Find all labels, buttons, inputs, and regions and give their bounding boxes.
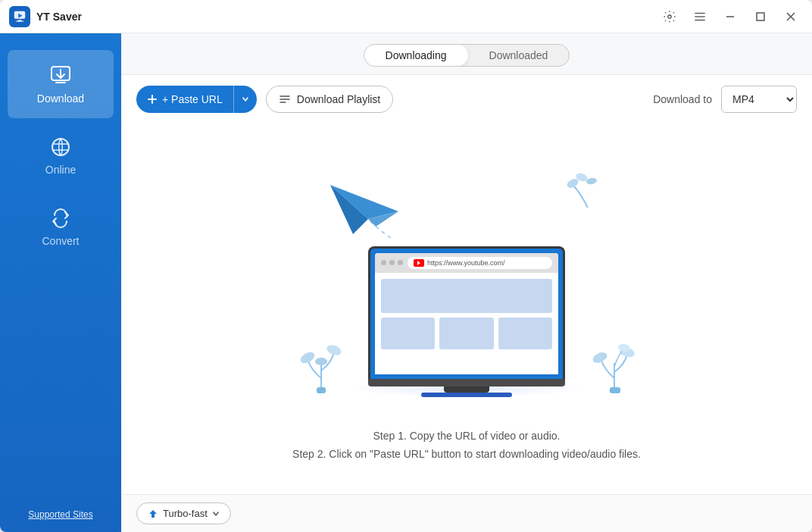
svg-rect-3	[16, 20, 24, 21]
settings-button[interactable]	[657, 5, 682, 29]
titlebar: YT Saver	[0, 0, 812, 33]
sidebar-convert-label: Convert	[42, 235, 79, 247]
download-icon	[48, 64, 73, 88]
download-to-label: Download to	[653, 93, 712, 105]
logo-icon	[13, 10, 27, 23]
turbo-label: Turbo-fast	[163, 508, 208, 519]
paste-url-button[interactable]: + Paste URL	[136, 86, 257, 113]
supported-sites-link[interactable]: Supported Sites	[28, 509, 92, 520]
paste-url-dropdown-arrow[interactable]	[233, 86, 257, 113]
sidebar-bottom: Supported Sites	[0, 509, 121, 532]
app-window: YT Saver	[0, 0, 812, 532]
close-button[interactable]	[779, 5, 803, 29]
tab-downloading[interactable]: Downloading	[364, 45, 468, 66]
app-logo	[9, 6, 30, 27]
main-layout: Download Online	[0, 33, 812, 532]
plant-top-right	[565, 170, 611, 215]
app-title: YT Saver	[36, 11, 657, 23]
step1-text: Step 1. Copy the URL of video or audio.	[292, 427, 641, 446]
svg-point-35	[592, 350, 609, 365]
tab-downloaded[interactable]: Downloaded	[468, 45, 570, 66]
steps-text: Step 1. Copy the URL of video or audio. …	[292, 427, 641, 464]
illustration-area: https://www.youtube.com/	[121, 124, 812, 494]
plus-icon	[147, 94, 158, 105]
laptop-illustration: https://www.youtube.com/	[368, 246, 565, 397]
svg-rect-33	[317, 387, 326, 393]
content-area: Downloading Downloaded + Paste URL	[121, 33, 812, 532]
plant-right-illustration	[592, 333, 637, 393]
turbo-speed-button[interactable]: Turbo-fast	[136, 502, 231, 524]
convert-icon	[48, 206, 73, 230]
minimize-button[interactable]	[718, 5, 742, 29]
turbo-chevron-icon	[212, 510, 220, 518]
svg-rect-38	[610, 387, 620, 393]
chevron-down-icon	[242, 95, 249, 103]
tab-bar: Downloading Downloaded	[121, 33, 812, 75]
menu-button[interactable]	[688, 5, 712, 29]
paste-url-label: + Paste URL	[162, 93, 223, 105]
svg-point-30	[300, 350, 317, 365]
format-select[interactable]: MP4 MP3 MKV AVI MOV	[721, 86, 797, 113]
bottom-bar: Turbo-fast	[121, 494, 812, 532]
sidebar-item-download[interactable]: Download	[8, 50, 114, 118]
step2-text: Step 2. Click on "Paste URL" button to s…	[292, 446, 641, 464]
toolbar: + Paste URL Download Playlist	[121, 75, 812, 124]
sidebar: Download Online	[0, 33, 121, 532]
sidebar-item-convert[interactable]: Convert	[8, 192, 114, 261]
paper-plane-illustration	[323, 177, 421, 253]
download-playlist-button[interactable]: Download Playlist	[266, 86, 394, 113]
svg-point-32	[315, 358, 327, 365]
svg-point-15	[52, 139, 69, 155]
download-playlist-label: Download Playlist	[297, 93, 381, 105]
maximize-button[interactable]	[748, 5, 773, 29]
sidebar-item-online[interactable]: Online	[8, 121, 114, 189]
browser-url: https://www.youtube.com/	[427, 259, 505, 267]
turbo-icon	[148, 509, 158, 519]
sidebar-online-label: Online	[45, 164, 76, 176]
illustration-container: https://www.youtube.com/	[277, 155, 656, 412]
online-icon	[48, 135, 73, 159]
tab-group: Downloading Downloaded	[364, 44, 570, 67]
svg-point-4	[668, 14, 672, 18]
sidebar-download-label: Download	[37, 92, 84, 105]
plant-left-illustration	[300, 333, 342, 393]
svg-rect-9	[757, 13, 764, 20]
playlist-icon	[279, 93, 291, 105]
paste-url-main[interactable]: + Paste URL	[136, 86, 233, 113]
window-controls	[657, 5, 803, 29]
